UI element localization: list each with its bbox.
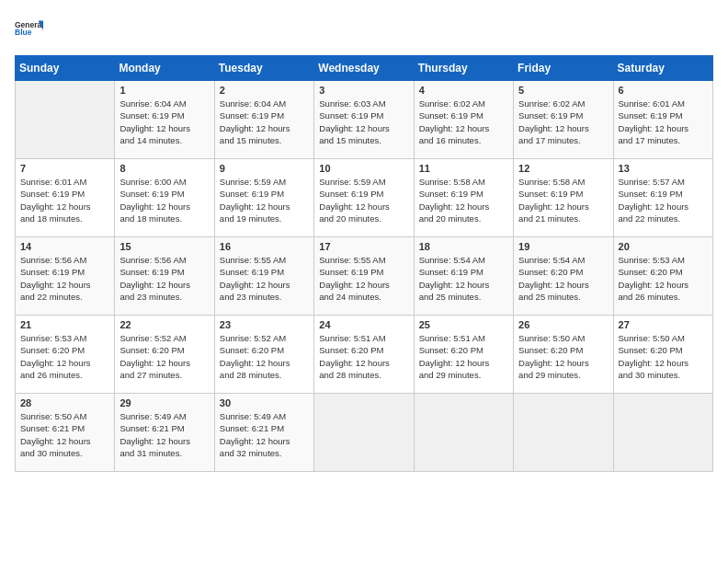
day-number: 9	[220, 163, 309, 174]
calendar-week-row: 7Sunrise: 6:01 AM Sunset: 6:19 PM Daylig…	[16, 159, 713, 237]
calendar-table: SundayMondayTuesdayWednesdayThursdayFrid…	[15, 55, 713, 472]
calendar-cell: 12Sunrise: 5:58 AM Sunset: 6:19 PM Dayli…	[514, 159, 613, 237]
weekday-header: Sunday	[16, 56, 115, 81]
calendar-cell: 30Sunrise: 5:49 AM Sunset: 6:21 PM Dayli…	[214, 394, 313, 472]
calendar-cell: 20Sunrise: 5:53 AM Sunset: 6:20 PM Dayli…	[613, 237, 712, 316]
day-number: 18	[419, 241, 508, 252]
calendar-cell: 21Sunrise: 5:53 AM Sunset: 6:20 PM Dayli…	[16, 316, 115, 394]
weekday-header: Saturday	[613, 56, 712, 81]
day-info: Sunrise: 5:53 AM Sunset: 6:20 PM Dayligh…	[619, 254, 708, 303]
day-info: Sunrise: 5:56 AM Sunset: 6:19 PM Dayligh…	[20, 254, 109, 303]
day-number: 30	[220, 397, 309, 408]
calendar-cell: 28Sunrise: 5:50 AM Sunset: 6:21 PM Dayli…	[16, 394, 115, 472]
day-info: Sunrise: 5:54 AM Sunset: 6:19 PM Dayligh…	[419, 254, 508, 303]
day-number: 12	[518, 163, 608, 174]
calendar-cell: 22Sunrise: 5:52 AM Sunset: 6:20 PM Dayli…	[115, 316, 214, 394]
day-info: Sunrise: 6:01 AM Sunset: 6:19 PM Dayligh…	[619, 98, 708, 146]
day-info: Sunrise: 5:49 AM Sunset: 6:21 PM Dayligh…	[220, 410, 309, 459]
day-info: Sunrise: 5:52 AM Sunset: 6:20 PM Dayligh…	[220, 332, 309, 381]
day-number: 23	[220, 319, 309, 330]
day-info: Sunrise: 5:50 AM Sunset: 6:20 PM Dayligh…	[619, 332, 708, 381]
weekday-header: Friday	[514, 56, 613, 81]
calendar-cell	[314, 394, 414, 472]
day-info: Sunrise: 5:55 AM Sunset: 6:19 PM Dayligh…	[220, 254, 309, 303]
calendar-cell: 7Sunrise: 6:01 AM Sunset: 6:19 PM Daylig…	[16, 159, 115, 237]
day-number: 1	[119, 85, 209, 96]
calendar-cell: 16Sunrise: 5:55 AM Sunset: 6:19 PM Dayli…	[214, 237, 313, 316]
weekday-header: Thursday	[414, 56, 513, 81]
calendar-cell: 4Sunrise: 6:02 AM Sunset: 6:19 PM Daylig…	[414, 81, 513, 159]
calendar-cell: 3Sunrise: 6:03 AM Sunset: 6:19 PM Daylig…	[314, 81, 414, 159]
day-info: Sunrise: 5:51 AM Sunset: 6:20 PM Dayligh…	[419, 332, 508, 381]
calendar-cell: 10Sunrise: 5:59 AM Sunset: 6:19 PM Dayli…	[314, 159, 414, 237]
calendar-cell: 14Sunrise: 5:56 AM Sunset: 6:19 PM Dayli…	[16, 237, 115, 316]
calendar-week-row: 14Sunrise: 5:56 AM Sunset: 6:19 PM Dayli…	[16, 237, 713, 316]
day-info: Sunrise: 5:59 AM Sunset: 6:19 PM Dayligh…	[220, 176, 309, 224]
weekday-header: Wednesday	[314, 56, 414, 81]
calendar-cell: 26Sunrise: 5:50 AM Sunset: 6:20 PM Dayli…	[514, 316, 613, 394]
weekday-header-row: SundayMondayTuesdayWednesdayThursdayFrid…	[16, 56, 713, 81]
weekday-header: Monday	[115, 56, 214, 81]
calendar-cell: 5Sunrise: 6:02 AM Sunset: 6:19 PM Daylig…	[514, 81, 613, 159]
day-number: 25	[419, 319, 508, 330]
day-number: 5	[518, 85, 608, 96]
day-number: 14	[20, 241, 109, 252]
logo-container: General Blue	[15, 15, 44, 44]
calendar-cell: 6Sunrise: 6:01 AM Sunset: 6:19 PM Daylig…	[613, 81, 712, 159]
calendar-cell: 29Sunrise: 5:49 AM Sunset: 6:21 PM Dayli…	[115, 394, 214, 472]
calendar-cell: 1Sunrise: 6:04 AM Sunset: 6:19 PM Daylig…	[115, 81, 214, 159]
day-info: Sunrise: 5:57 AM Sunset: 6:19 PM Dayligh…	[619, 176, 708, 224]
day-info: Sunrise: 6:02 AM Sunset: 6:19 PM Dayligh…	[518, 98, 608, 146]
day-info: Sunrise: 5:50 AM Sunset: 6:20 PM Dayligh…	[518, 332, 608, 381]
calendar-cell	[514, 394, 613, 472]
calendar-cell	[613, 394, 712, 472]
day-number: 13	[619, 163, 708, 174]
day-info: Sunrise: 5:52 AM Sunset: 6:20 PM Dayligh…	[119, 332, 209, 381]
day-info: Sunrise: 5:58 AM Sunset: 6:19 PM Dayligh…	[419, 176, 508, 224]
day-info: Sunrise: 5:49 AM Sunset: 6:21 PM Dayligh…	[119, 410, 209, 459]
day-info: Sunrise: 5:50 AM Sunset: 6:21 PM Dayligh…	[20, 410, 109, 459]
calendar-cell	[414, 394, 513, 472]
calendar-week-row: 28Sunrise: 5:50 AM Sunset: 6:21 PM Dayli…	[16, 394, 713, 472]
logo: General Blue	[15, 15, 44, 44]
calendar-cell: 24Sunrise: 5:51 AM Sunset: 6:20 PM Dayli…	[314, 316, 414, 394]
day-info: Sunrise: 6:03 AM Sunset: 6:19 PM Dayligh…	[319, 98, 408, 146]
day-number: 28	[20, 397, 109, 408]
calendar-cell	[16, 81, 115, 159]
day-number: 20	[619, 241, 708, 252]
day-info: Sunrise: 6:01 AM Sunset: 6:19 PM Dayligh…	[20, 176, 109, 224]
calendar-cell: 23Sunrise: 5:52 AM Sunset: 6:20 PM Dayli…	[214, 316, 313, 394]
calendar-cell: 27Sunrise: 5:50 AM Sunset: 6:20 PM Dayli…	[613, 316, 712, 394]
day-info: Sunrise: 6:02 AM Sunset: 6:19 PM Dayligh…	[419, 98, 508, 146]
day-info: Sunrise: 5:54 AM Sunset: 6:20 PM Dayligh…	[518, 254, 608, 303]
calendar-cell: 11Sunrise: 5:58 AM Sunset: 6:19 PM Dayli…	[414, 159, 513, 237]
day-info: Sunrise: 6:04 AM Sunset: 6:19 PM Dayligh…	[220, 98, 309, 146]
calendar-cell: 15Sunrise: 5:56 AM Sunset: 6:19 PM Dayli…	[115, 237, 214, 316]
day-number: 11	[419, 163, 508, 174]
day-info: Sunrise: 5:56 AM Sunset: 6:19 PM Dayligh…	[119, 254, 209, 303]
day-number: 6	[619, 85, 708, 96]
svg-text:Blue: Blue	[15, 28, 32, 37]
day-number: 2	[220, 85, 309, 96]
day-number: 3	[319, 85, 408, 96]
weekday-header: Tuesday	[214, 56, 313, 81]
day-number: 24	[319, 319, 408, 330]
page-header: General Blue	[15, 15, 713, 44]
day-info: Sunrise: 5:51 AM Sunset: 6:20 PM Dayligh…	[319, 332, 408, 381]
calendar-week-row: 21Sunrise: 5:53 AM Sunset: 6:20 PM Dayli…	[16, 316, 713, 394]
day-number: 29	[119, 397, 209, 408]
day-number: 16	[220, 241, 309, 252]
day-number: 22	[119, 319, 209, 330]
day-number: 8	[119, 163, 209, 174]
calendar-cell: 9Sunrise: 5:59 AM Sunset: 6:19 PM Daylig…	[214, 159, 313, 237]
day-number: 4	[419, 85, 508, 96]
day-info: Sunrise: 6:00 AM Sunset: 6:19 PM Dayligh…	[119, 176, 209, 224]
calendar-cell: 13Sunrise: 5:57 AM Sunset: 6:19 PM Dayli…	[613, 159, 712, 237]
day-number: 26	[518, 319, 608, 330]
day-number: 15	[119, 241, 209, 252]
day-number: 17	[319, 241, 408, 252]
day-info: Sunrise: 6:04 AM Sunset: 6:19 PM Dayligh…	[119, 98, 209, 146]
day-number: 19	[518, 241, 608, 252]
calendar-cell: 18Sunrise: 5:54 AM Sunset: 6:19 PM Dayli…	[414, 237, 513, 316]
calendar-cell: 19Sunrise: 5:54 AM Sunset: 6:20 PM Dayli…	[514, 237, 613, 316]
